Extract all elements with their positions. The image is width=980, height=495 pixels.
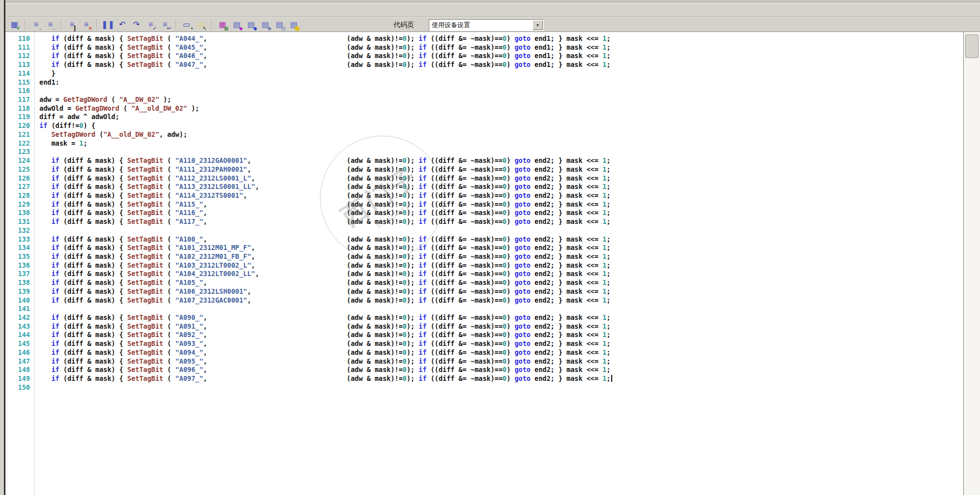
code-token: ((diff &= ~mask)== <box>427 244 503 251</box>
code-left: if (diff & mask) { SetTagBit ( "A045_", <box>39 43 207 52</box>
code-token: if <box>51 61 59 68</box>
toggle-bookmark-icon[interactable]: ≡▎ <box>66 19 78 31</box>
code-token: if <box>418 174 426 182</box>
code-token <box>39 235 51 243</box>
code-token: if <box>418 357 426 365</box>
script-editor-window: ▦✔≡→≡←≡▎≡✕❚❚↶↷≡✓≡↩▭▪▭↖▦▦▤◆▤◆▤◆▤▤▤⬤ 代码页 使… <box>0 0 980 495</box>
code-token: "A107_2312GAC0001" <box>175 296 247 304</box>
compile-check-icon[interactable]: ▦✔ <box>8 19 21 31</box>
undo-icon[interactable]: ↶ <box>116 19 128 31</box>
code-token: 0 <box>403 34 407 42</box>
code-token: if <box>51 348 59 356</box>
code-left: if (diff & mask) { SetTagBit ( "A110_231… <box>39 156 251 165</box>
code-token: SetTagBit <box>127 52 163 60</box>
code-token: SetTagBit <box>127 165 163 173</box>
code-left: if (diff & mask) { SetTagBit ( "A116_", <box>39 209 207 217</box>
code-token: end2; } mask <<= <box>531 165 602 173</box>
line-number: 148 <box>8 366 30 374</box>
code-token <box>39 252 51 260</box>
code-token: if <box>418 261 426 269</box>
code-right: (adw & mask)!=0); if ((diff &= ~mask)==0… <box>347 348 611 357</box>
doc-copy-icon[interactable]: ▤▤ <box>273 19 286 31</box>
device-icon[interactable]: ▭▪ <box>180 19 193 31</box>
doc-diamond-purple-icon[interactable]: ▤◆ <box>231 19 243 31</box>
doc-diamond-blue-icon[interactable]: ▤◆ <box>245 19 257 31</box>
code-token: 0 <box>403 261 407 269</box>
code-token: goto <box>514 156 531 164</box>
code-editor[interactable]: 110 if (diff & mask) { SetTagBit ( "A044… <box>5 32 963 495</box>
code-token: (diff & mask) { <box>59 366 127 373</box>
line-number: 129 <box>8 200 30 209</box>
code-token: if <box>418 165 426 173</box>
code-left: if (diff!=0) { <box>39 122 95 130</box>
color-grid-icon[interactable]: ▦▦ <box>216 19 229 31</box>
code-token: (adw & mask)!= <box>347 244 403 251</box>
code-token: "A117_" <box>175 217 203 225</box>
code-token: ); <box>407 174 418 182</box>
return-lines-icon[interactable]: ≡↩ <box>159 19 171 31</box>
doc-diamond-steel-icon[interactable]: ▤◆ <box>259 19 271 31</box>
code-token: SetTagBit <box>127 217 163 225</box>
codepage-select[interactable]: 使用设备设置 ▼ <box>429 19 544 31</box>
code-token: SetTagBit <box>127 191 163 199</box>
code-left: diff = adw ^ adwOld; <box>39 113 119 121</box>
code-token: ((diff &= ~mask)== <box>427 357 503 365</box>
code-token: SetTagBit <box>127 252 163 260</box>
code-token: , <box>247 156 251 164</box>
redo-icon-glyph: ↷ <box>133 21 140 29</box>
code-token: goto <box>514 165 531 173</box>
code-token: , <box>203 209 207 217</box>
code-token: , <box>203 331 207 339</box>
code-token: (adw & mask)!= <box>347 200 403 208</box>
code-token: "A115_" <box>175 200 203 208</box>
code-token: ((diff &= ~mask)== <box>427 156 503 164</box>
code-left: SetTagDWord ("A__old_DW_02", adw); <box>39 130 187 139</box>
code-token: "A102_2312M01_FB_F" <box>175 252 251 260</box>
code-token <box>39 156 51 164</box>
code-token: 0 <box>503 296 506 304</box>
code-right: (adw & mask)!=0); if ((diff &= ~mask)==0… <box>347 209 611 217</box>
line-number: 140 <box>8 296 30 305</box>
code-token: ) <box>506 200 514 208</box>
code-token: SetTagBit <box>127 183 163 190</box>
clear-bookmarks-icon[interactable]: ≡✕ <box>80 19 92 31</box>
redo-icon[interactable]: ↷ <box>130 19 143 31</box>
code-token: , <box>203 52 207 60</box>
code-token: end2; } mask <<= <box>531 366 602 373</box>
code-token: goto <box>514 357 531 365</box>
code-token: "A104_2312LT0002_LL" <box>175 270 255 278</box>
apply-check-icon[interactable]: ≡✓ <box>145 19 157 31</box>
indent-icon[interactable]: ≡→ <box>30 19 42 31</box>
line-number: 118 <box>8 104 30 113</box>
line-number: 130 <box>8 209 30 217</box>
code-token: ); <box>407 340 418 347</box>
code-token: (diff & mask) { <box>59 252 127 260</box>
code-right: (adw & mask)!=0); if ((diff &= ~mask)==0… <box>347 200 611 209</box>
code-token: 0 <box>503 261 506 269</box>
code-right: (adw & mask)!=0); if ((diff &= ~mask)==0… <box>347 52 611 60</box>
code-token <box>39 322 51 330</box>
doc-database-icon[interactable]: ▤⬤ <box>288 19 300 31</box>
code-token: (adw & mask)!= <box>347 156 403 164</box>
code-token: 0 <box>403 165 407 173</box>
code-token: ((diff &= ~mask)== <box>427 331 503 339</box>
outdent-icon-overlay: ← <box>52 26 57 31</box>
code-token: ); <box>407 374 418 382</box>
code-token: , <box>203 357 207 365</box>
scrollbar-thumb[interactable] <box>965 34 979 58</box>
code-token: ( <box>119 104 131 112</box>
code-token: if <box>418 366 426 373</box>
dropdown-arrow-icon[interactable]: ▼ <box>533 20 543 30</box>
code-token: adwOld = <box>39 104 75 112</box>
code-token: ( <box>163 156 175 164</box>
code-right: (adw & mask)!=0); if ((diff &= ~mask)==0… <box>347 313 611 322</box>
split-columns-icon[interactable]: ❚❚ <box>102 19 114 31</box>
code-token: (adw & mask)!= <box>347 261 403 269</box>
vertical-scrollbar[interactable] <box>963 32 980 495</box>
cursor-note-icon[interactable]: ▭↖ <box>195 19 207 31</box>
code-token: goto <box>514 331 531 339</box>
outdent-icon[interactable]: ≡← <box>44 19 57 31</box>
code-token: end2; } mask <<= <box>531 357 602 365</box>
code-token: 0 <box>403 340 407 347</box>
code-token: ; <box>606 52 610 60</box>
